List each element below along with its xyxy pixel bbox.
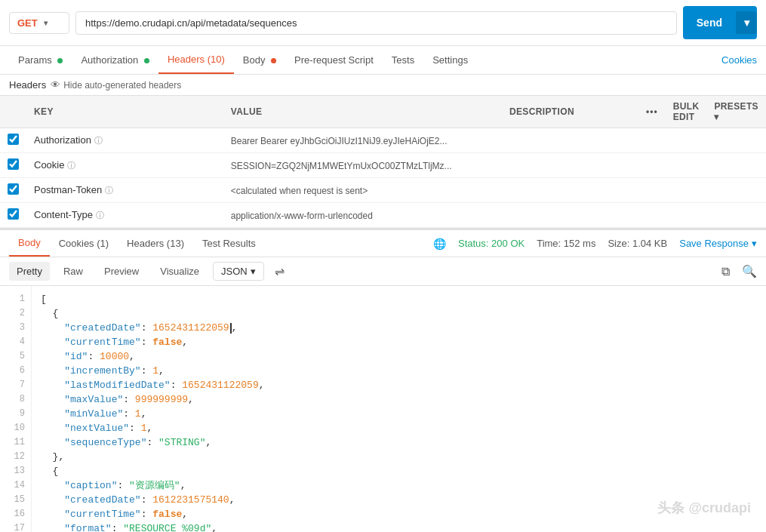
headers-table: KEY VALUE DESCRIPTION ••• Bulk Edit Pres… [0, 96, 766, 228]
size-text: Size: 1.04 KB [608, 238, 667, 249]
params-dot [57, 58, 63, 63]
nav-tabs: Params Authorization Headers (10) Body P… [0, 46, 766, 75]
method-label: GET [17, 17, 38, 29]
headers-sublabel: Headers [9, 79, 46, 91]
auth-dot [144, 58, 149, 63]
code-content[interactable]: [ { "createdDate": 1652431122059, "curre… [32, 286, 766, 532]
tab-headers[interactable]: Headers (10) [158, 46, 234, 74]
row3-info-icon[interactable]: ⓘ [105, 186, 113, 195]
row3-key: Postman-Token [34, 184, 102, 195]
row4-key: Content-Type [34, 209, 93, 220]
row1-key: Authorization [34, 134, 91, 146]
line-numbers: 12345678910111213141516171819 [0, 286, 32, 532]
table-row: Postman-Tokenⓘ <calculated when request … [0, 178, 766, 203]
method-select[interactable]: GET ▾ [9, 12, 69, 34]
send-chevron-icon[interactable]: ▾ [736, 11, 757, 34]
search-icon[interactable]: 🔍 [742, 264, 757, 278]
row3-checkbox[interactable] [8, 183, 19, 195]
tab-prerequest[interactable]: Pre-request Script [285, 47, 383, 73]
body-tab-visualize[interactable]: Visualize [152, 262, 207, 281]
tab-settings[interactable]: Settings [423, 47, 477, 73]
headers-area: KEY VALUE DESCRIPTION ••• Bulk Edit Pres… [0, 96, 766, 229]
body-tab-preview[interactable]: Preview [97, 262, 146, 281]
tab-body[interactable]: Body [234, 47, 285, 73]
format-select[interactable]: JSON ▾ [213, 262, 264, 281]
eye-icon: 👁 [51, 79, 60, 91]
headers-subbar: Headers 👁 Hide auto-generated headers [0, 75, 766, 96]
th-desc: DESCRIPTION [502, 96, 638, 128]
send-button[interactable]: Send ▾ [683, 6, 757, 39]
table-row: Authorizationⓘ Bearer Bearer eyJhbGciOiJ… [0, 128, 766, 153]
send-label: Send [683, 11, 736, 34]
row2-checkbox[interactable] [8, 158, 19, 170]
th-more: ••• [638, 96, 666, 128]
body-dot [271, 58, 276, 63]
resp-tab-test-results[interactable]: Test Results [193, 231, 265, 256]
row2-key: Cookie [34, 159, 64, 171]
body-tab-pretty[interactable]: Pretty [9, 262, 50, 281]
th-bulk-edit[interactable]: Bulk Edit [666, 96, 707, 128]
code-viewer: 12345678910111213141516171819 [ { "creat… [0, 286, 766, 532]
body-tab-raw[interactable]: Raw [56, 262, 91, 281]
table-row: Cookieⓘ SESSION=ZGQ2NjM1MWEtYmUxOC00ZTMz… [0, 153, 766, 178]
tab-tests[interactable]: Tests [383, 47, 423, 73]
cookies-link[interactable]: Cookies [721, 54, 757, 66]
top-bar: GET ▾ Send ▾ [0, 0, 766, 46]
body-toolbar: Pretty Raw Preview Visualize JSON ▾ ⇌ ⧉ … [0, 257, 766, 286]
globe-icon: 🌐 [433, 238, 446, 250]
wrap-icon[interactable]: ⇌ [275, 264, 285, 278]
row2-value: SESSION=ZGQ2NjM1MWEtYmUxOC00ZTMzLTljMz..… [231, 161, 452, 171]
presets-chevron-icon: ▾ [714, 112, 718, 122]
save-response-button[interactable]: Save Response ▾ [679, 238, 757, 249]
table-row: Content-Typeⓘ application/x-www-form-url… [0, 203, 766, 228]
time-text: Time: 152 ms [537, 238, 595, 249]
th-value: VALUE [223, 96, 502, 128]
hide-headers-link[interactable]: 👁 Hide auto-generated headers [51, 79, 181, 91]
status-text: Status: 200 OK [458, 238, 525, 249]
resp-tab-headers[interactable]: Headers (13) [118, 231, 193, 256]
format-chevron-icon: ▾ [251, 266, 256, 277]
tab-params[interactable]: Params [9, 47, 72, 73]
resp-tab-body[interactable]: Body [9, 230, 50, 257]
th-key: KEY [26, 96, 223, 128]
method-chevron-icon: ▾ [44, 19, 48, 27]
url-input[interactable] [75, 11, 677, 35]
row1-value: Bearer Bearer eyJhbGciOiJIUzI1NiJ9.eyJIe… [231, 136, 448, 146]
save-chevron-icon: ▾ [752, 238, 757, 249]
response-tabs: Body Cookies (1) Headers (13) Test Resul… [0, 229, 766, 257]
copy-icon[interactable]: ⧉ [721, 265, 730, 278]
th-checkbox [0, 96, 26, 128]
resp-tab-cookies[interactable]: Cookies (1) [50, 231, 118, 256]
row1-checkbox[interactable] [8, 134, 19, 145]
row4-value: application/x-www-form-urlencoded [231, 211, 373, 221]
row4-checkbox[interactable] [8, 208, 19, 220]
row4-info-icon[interactable]: ⓘ [96, 211, 104, 220]
response-status-bar: 🌐 Status: 200 OK Time: 152 ms Size: 1.04… [433, 238, 757, 250]
th-presets[interactable]: Presets ▾ [706, 96, 766, 128]
row3-value: <calculated when request is sent> [231, 186, 368, 196]
row2-info-icon[interactable]: ⓘ [67, 161, 75, 170]
tab-authorization[interactable]: Authorization [72, 47, 158, 73]
row1-info-icon[interactable]: ⓘ [94, 136, 103, 145]
